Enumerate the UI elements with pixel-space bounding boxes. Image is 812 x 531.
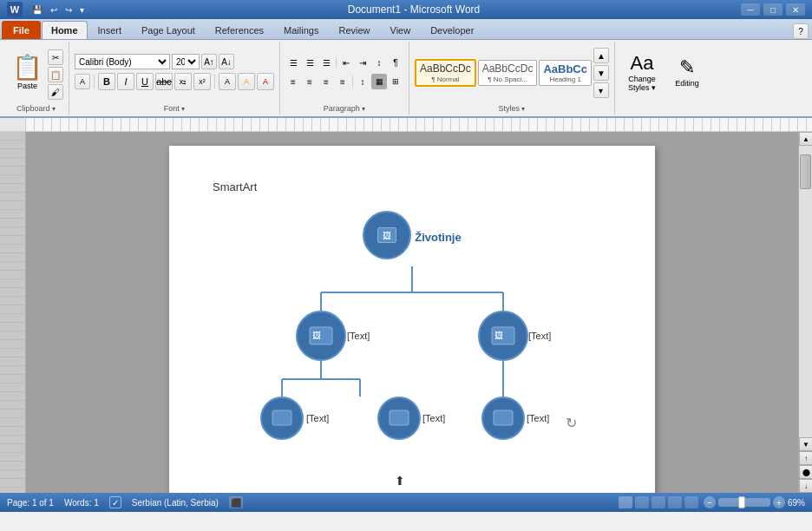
tab-view[interactable]: View <box>381 21 421 39</box>
tab-review[interactable]: Review <box>329 21 379 39</box>
multilevel-button[interactable]: ☰ <box>318 55 334 70</box>
increase-indent-button[interactable]: ⇥ <box>355 55 370 70</box>
qat-undo[interactable]: ↩ <box>48 4 60 16</box>
styles-scroll-down[interactable]: ▼ <box>593 65 609 81</box>
line-spacing-button[interactable]: ↕ <box>355 74 370 89</box>
ruler <box>0 118 812 132</box>
scroll-down-button[interactable]: ▼ <box>799 437 812 451</box>
minimize-button[interactable]: ─ <box>741 3 760 16</box>
proofing-button[interactable]: ✓ <box>109 496 121 508</box>
next-page-button[interactable]: ↓ <box>799 479 812 493</box>
style-normal[interactable]: AaBbCcDc ¶ Normal <box>415 59 476 86</box>
tab-mailings[interactable]: Mailings <box>274 21 328 39</box>
editing-group-label <box>663 102 665 113</box>
prev-page-button[interactable]: ↑ <box>799 451 812 465</box>
align-right-button[interactable]: ≡ <box>318 74 334 89</box>
style-normal-label: ¶ Normal <box>420 75 471 83</box>
tab-home[interactable]: Home <box>42 21 88 39</box>
change-styles-button[interactable]: Aa ChangeStyles ▾ <box>620 51 664 95</box>
zoom-out-button[interactable]: − <box>704 496 716 508</box>
tab-file[interactable]: File <box>2 21 41 39</box>
show-formatting-button[interactable]: ¶ <box>388 55 403 70</box>
window-title: Document1 - Microsoft Word <box>87 3 741 16</box>
tab-references[interactable]: References <box>206 21 273 39</box>
qat-redo[interactable]: ↪ <box>62 4 75 16</box>
bold-button[interactable]: B <box>98 73 115 90</box>
style-heading1-preview: AaBbCc <box>543 62 587 76</box>
justify-button[interactable]: ≡ <box>335 74 350 89</box>
smartart-container: 🖼 Životinje 🖼 <box>213 211 612 440</box>
zoom-slider[interactable] <box>718 498 770 507</box>
font-size-select[interactable]: 20 <box>172 54 200 69</box>
font-format-row: A B I U abc x₂ x² A A A <box>75 73 274 90</box>
view-buttons <box>619 496 698 508</box>
paragraph-label: Paragraph ▾ <box>324 102 366 113</box>
style-no-spacing-preview: AaBbCcDc <box>482 62 534 75</box>
clear-format-button[interactable]: A <box>75 74 90 89</box>
font-group: Calibri (Body) 20 A↑ A↓ A B I U abc x₂ <box>69 42 280 115</box>
strikethrough-button[interactable]: abc <box>155 73 173 90</box>
bullets-button[interactable]: ☰ <box>285 55 301 70</box>
align-left-button[interactable]: ≡ <box>285 74 301 89</box>
draft-button[interactable] <box>684 496 698 508</box>
scroll-up-button[interactable]: ▲ <box>799 132 812 146</box>
qat-save[interactable]: 💾 <box>29 4 45 16</box>
increase-font-button[interactable]: A↑ <box>201 54 217 69</box>
font-color-button[interactable]: A <box>257 73 274 90</box>
zoom-in-button[interactable]: + <box>773 496 785 508</box>
decrease-indent-button[interactable]: ⇤ <box>338 55 354 70</box>
subscript-button[interactable]: x₂ <box>174 73 192 90</box>
editing-label: Editing <box>675 79 699 88</box>
svg-text:[Text]: [Text] <box>422 413 445 423</box>
align-center-button[interactable]: ≡ <box>302 74 318 89</box>
copy-button[interactable]: 📋 <box>48 67 63 82</box>
numbering-button[interactable]: ☰ <box>302 55 318 70</box>
font-family-select[interactable]: Calibri (Body) <box>75 54 170 69</box>
scroll-thumb[interactable] <box>800 154 811 189</box>
paste-button[interactable]: 📋 Paste <box>9 53 46 93</box>
select-browse-button[interactable]: ⬤ <box>799 465 812 479</box>
qat-dropdown[interactable]: ▾ <box>77 4 87 16</box>
style-heading1[interactable]: AaBbCc Heading 1 <box>539 60 592 87</box>
root-node[interactable]: 🖼 Životinje <box>363 211 461 259</box>
svg-text:[Text]: [Text] <box>528 331 551 341</box>
editing-button[interactable]: ✎ Editing <box>667 56 707 90</box>
italic-button[interactable]: I <box>117 73 134 90</box>
style-no-spacing[interactable]: AaBbCcDc ¶ No Spaci... <box>478 60 538 85</box>
underline-button[interactable]: U <box>136 73 154 90</box>
text-effects-button[interactable]: A <box>219 73 236 90</box>
scroll-track[interactable] <box>799 146 812 437</box>
cut-button[interactable]: ✂ <box>48 49 63 65</box>
styles-more[interactable]: ▾ <box>593 82 609 98</box>
format-painter-button[interactable]: 🖌 <box>48 84 63 100</box>
left-ruler <box>0 132 25 493</box>
svg-text:[Text]: [Text] <box>347 331 370 341</box>
tab-insert[interactable]: Insert <box>88 21 132 39</box>
superscript-button[interactable]: x² <box>193 73 211 90</box>
print-layout-button[interactable] <box>619 496 632 508</box>
maximize-button[interactable]: □ <box>763 3 783 16</box>
ribbon: 📋 Paste ✂ 📋 🖌 Clipboard ▾ Calibri (Body) <box>0 40 812 118</box>
full-reading-button[interactable] <box>635 496 649 508</box>
app-header: W 💾 ↩ ↪ ▾ Document1 - Microsoft Word ─ □… <box>0 0 812 118</box>
style-no-spacing-label: ¶ No Spaci... <box>482 75 534 83</box>
sort-button[interactable]: ↕ <box>371 55 387 70</box>
highlight-button[interactable]: A <box>238 73 255 90</box>
mouse-cursor: ⬆ <box>395 474 405 488</box>
decrease-font-button[interactable]: A↓ <box>219 54 234 69</box>
ribbon-help[interactable]: ? <box>793 23 809 39</box>
status-left: Page: 1 of 1 Words: 1 ✓ Serbian (Latin, … <box>7 496 243 508</box>
svg-text:🖼: 🖼 <box>312 331 321 340</box>
borders-button[interactable]: ⊞ <box>388 74 403 89</box>
outline-button[interactable] <box>668 496 682 508</box>
web-layout-button[interactable] <box>652 496 665 508</box>
close-button[interactable]: ✕ <box>786 3 805 16</box>
tab-developer[interactable]: Developer <box>421 21 483 39</box>
macro-button[interactable]: ⬛ <box>229 496 243 508</box>
styles-scroll-up[interactable]: ▲ <box>593 48 609 63</box>
shading-button[interactable]: ▦ <box>371 74 387 89</box>
language-status: Serbian (Latin, Serbia) <box>132 498 219 508</box>
tab-page-layout[interactable]: Page Layout <box>132 21 205 39</box>
status-bar: Page: 1 of 1 Words: 1 ✓ Serbian (Latin, … <box>0 493 812 512</box>
rotation-handle[interactable]: ↻ <box>566 415 577 431</box>
